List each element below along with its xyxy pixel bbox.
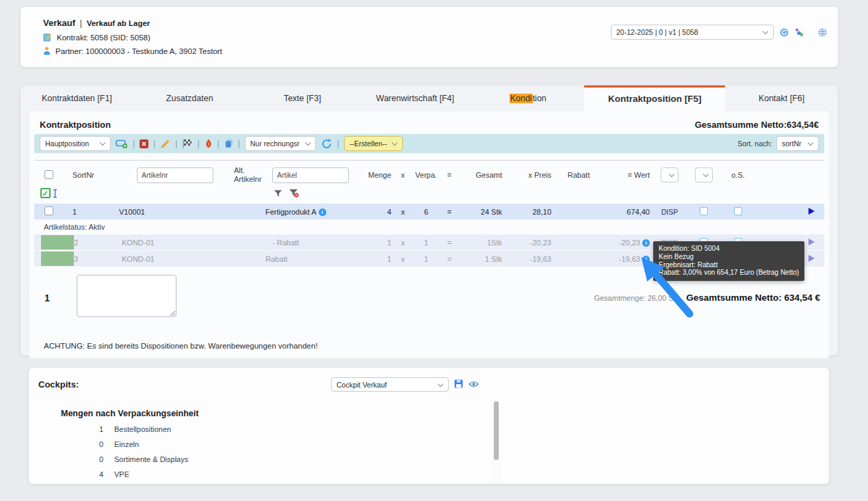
cell-verpa: 1 xyxy=(412,255,440,263)
position-toolbar: Hauptposition | | | | | | Nur rechnungsr… xyxy=(34,134,824,153)
cell-menge: 1 xyxy=(363,255,394,263)
cockpit-items: 1 Bestellpositionen 0 Einzeln 0 Sortimen… xyxy=(61,425,819,478)
tab-kontraktposition[interactable]: Kontraktposition [F5] xyxy=(584,85,725,111)
search-highlight: Kondi xyxy=(510,94,533,103)
scrollbar-thumb[interactable] xyxy=(494,401,499,460)
sort-select[interactable]: sortNr xyxy=(776,136,819,151)
col-wert: = Wert xyxy=(603,171,653,179)
kontraktposition-panel: Kontraktposition Gesamtsumme Netto:634,5… xyxy=(29,111,829,358)
artikel-filter-input[interactable] xyxy=(272,167,349,183)
chevron-down-icon xyxy=(100,141,105,146)
cell-eq: = xyxy=(440,239,458,247)
select-all-checkbox[interactable] xyxy=(40,188,51,198)
eye-icon[interactable] xyxy=(469,381,479,388)
col-eq: = xyxy=(440,171,458,179)
col-alt-artikelnr: Alt. Artikelnr xyxy=(209,166,252,184)
save-icon[interactable] xyxy=(454,379,463,388)
position-type-select[interactable]: Hauptposition xyxy=(40,136,111,151)
artikelnr-filter-input[interactable] xyxy=(137,167,213,183)
col-preis: x Preis xyxy=(505,171,554,179)
cell-wert: -20,23 xyxy=(603,239,653,247)
filter-icon[interactable] xyxy=(274,189,282,198)
open-position-icon[interactable] xyxy=(808,208,815,215)
header-checkbox[interactable] xyxy=(44,170,53,179)
cockpit-card: Cockpits: Cockpit Verkauf Mengen nach Ve… xyxy=(29,368,829,484)
cockpit-item-label: VPE xyxy=(114,470,819,478)
kondition-block xyxy=(41,235,74,249)
section-title: Kontraktposition xyxy=(40,120,111,130)
info-icon[interactable] xyxy=(319,208,326,216)
cell-eq: = xyxy=(440,255,458,263)
open-position-icon[interactable] xyxy=(808,239,815,245)
tab-texte[interactable]: Texte [F3] xyxy=(246,85,359,111)
sync-icon[interactable] xyxy=(780,28,789,37)
col-verpa: Verpa. xyxy=(412,171,440,179)
cockpit-select[interactable]: Cockpit Verkauf xyxy=(331,377,449,392)
kontrakt-label: Kontrakt: 5058 (SID: 5058) xyxy=(57,33,150,42)
tooltip-line: Rabatt: 3,00% von 654,17 Euro (Betrag Ne… xyxy=(659,269,799,277)
text-cursor-icon xyxy=(53,189,57,198)
warning-label: ACHTUNG: Es sind bereits Dispositionen b… xyxy=(34,332,824,351)
gesamtsumme-label: Gesamtsumme Netto: 634,54 € xyxy=(686,293,820,303)
os-checkbox[interactable] xyxy=(734,207,742,215)
cell-gesamt: 1 Stk xyxy=(458,255,505,263)
add-position-icon[interactable] xyxy=(116,139,128,149)
tab-kondition[interactable]: Kondition xyxy=(471,85,584,111)
cell-preis: 28,10 xyxy=(505,208,554,216)
delete-icon[interactable] xyxy=(140,139,148,148)
kondition-tooltip: Kondition: SID 5004 Kein Bezug Ergebnisa… xyxy=(653,241,804,281)
table-row[interactable]: 1 V10001 Fertigprodukt A 4 x 6 = 24 Stk … xyxy=(34,204,824,219)
disp-checkbox[interactable] xyxy=(700,207,708,215)
tab-bar: Kontraktdaten [F1] Zusatzdaten Texte [F3… xyxy=(21,85,838,111)
col-rabatt: Rabatt xyxy=(554,171,603,179)
chevron-down-icon xyxy=(305,141,311,146)
table-footer: 1 Gesamtmenge: 26,00 Stk Gesamtsumme Net… xyxy=(34,275,824,332)
cell-sortnr: 1 xyxy=(63,208,107,216)
chevron-down-icon xyxy=(669,172,674,178)
kondition-info-icon[interactable] xyxy=(642,239,650,247)
note-textarea[interactable] xyxy=(77,275,176,317)
table-header: SortNr Alt. Artikelnr Menge x Verpa. = G… xyxy=(34,160,824,184)
flag-icon[interactable] xyxy=(182,139,192,148)
open-position-icon[interactable] xyxy=(808,255,815,262)
cockpit-item-count: 1 xyxy=(61,425,103,433)
cell-disp: DISP xyxy=(653,208,687,216)
version-select[interactable]: 20-12-2025 | 0 | v1 | 5058 xyxy=(611,25,774,40)
refresh-icon[interactable] xyxy=(321,138,332,150)
copy-icon[interactable] xyxy=(224,139,233,148)
cockpit-item-count: 0 xyxy=(61,455,103,463)
share-icon[interactable] xyxy=(795,28,804,37)
chevron-down-icon xyxy=(438,382,443,388)
tooltip-line: Ergebnisart: Rabatt xyxy=(659,261,799,269)
invoice-filter-select[interactable]: Nur rechnungsr xyxy=(245,136,316,151)
globe-icon[interactable] xyxy=(818,28,827,37)
flag-column-select[interactable] xyxy=(695,167,713,182)
filter-remove-icon[interactable] xyxy=(289,189,299,198)
flame-icon[interactable] xyxy=(205,139,213,148)
partner-icon xyxy=(43,46,51,55)
title-separator: | xyxy=(80,18,82,28)
tab-kontakt[interactable]: Kontakt [F6] xyxy=(725,85,838,111)
tab-zusatzdaten[interactable]: Zusatzdaten xyxy=(133,85,246,111)
tab-kondition-rest: tion xyxy=(533,94,547,103)
pagination-page[interactable]: 1 xyxy=(44,293,50,303)
module-title: Verkauf xyxy=(43,18,75,28)
cell-artikel: - Rabatt xyxy=(252,239,363,247)
section-total: Gesamtsumme Netto:634,54€ xyxy=(695,120,819,130)
tab-warenwirtschaft[interactable]: Warenwirtschaft [F4] xyxy=(358,85,471,111)
create-select[interactable]: --Erstellen-- xyxy=(344,136,403,151)
cockpit-section-title: Mengen nach Verpackungseinheit xyxy=(61,409,819,418)
cell-gesamt: 24 Stk xyxy=(458,208,505,216)
cell-verpa: 6 xyxy=(412,208,440,216)
kondition-info-icon[interactable] xyxy=(642,256,650,263)
cell-verpa: 1 xyxy=(412,239,440,247)
row-checkbox[interactable] xyxy=(44,206,53,215)
cockpit-item-label: Bestellpositionen xyxy=(114,425,819,433)
gesamtmenge-label: Gesamtmenge: 26,00 Stk xyxy=(594,294,679,302)
cell-artikel: Rabatt xyxy=(252,255,363,263)
tab-kontraktdaten[interactable]: Kontraktdaten [F1] xyxy=(21,85,133,111)
cockpit-scrollbar[interactable] xyxy=(494,400,499,483)
disp-column-select[interactable] xyxy=(661,167,679,182)
edit-icon[interactable] xyxy=(160,139,170,149)
cockpit-item-label: Einzeln xyxy=(114,440,819,448)
